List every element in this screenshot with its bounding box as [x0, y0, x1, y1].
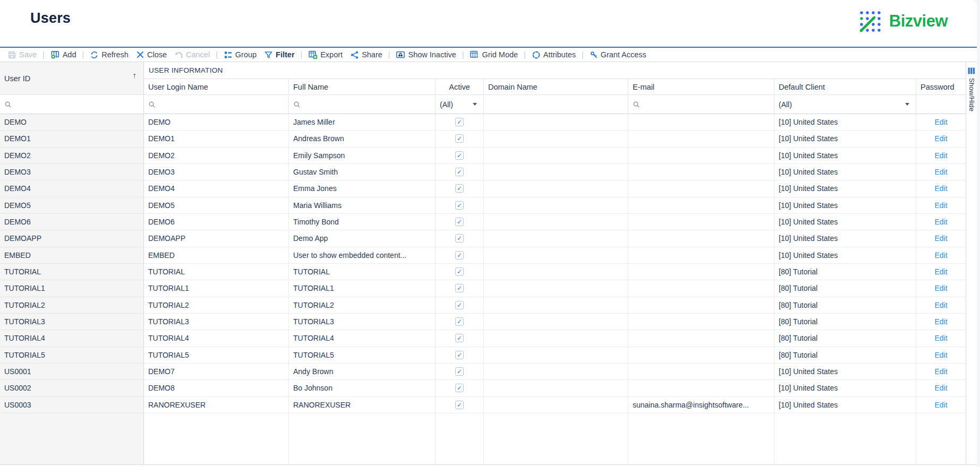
user-id-cell[interactable]: US0002	[0, 380, 143, 396]
attributes-button[interactable]: Attributes	[528, 48, 580, 62]
active-checkbox[interactable]: ✓	[455, 334, 464, 342]
grid-mode-button[interactable]: Grid Mode	[466, 48, 522, 62]
column-header-active[interactable]: Active	[436, 79, 484, 94]
share-button[interactable]: Share	[346, 48, 386, 62]
refresh-button[interactable]: Refresh	[86, 48, 132, 62]
add-button[interactable]: Add	[47, 48, 80, 62]
password-edit-link[interactable]: Edit	[934, 251, 947, 260]
password-edit-link[interactable]: Edit	[934, 284, 947, 292]
cancel-button[interactable]: Cancel	[171, 48, 214, 62]
table-row[interactable]: RANOREXUSERRANOREXUSER✓sunaina.sharma@in…	[144, 397, 966, 413]
active-checkbox[interactable]: ✓	[455, 401, 464, 409]
table-row[interactable]: DEMO4Emma Jones✓[10] United StatesEdit	[144, 180, 966, 197]
default-client-filter-select[interactable]: (All)	[774, 95, 916, 114]
password-edit-link[interactable]: Edit	[934, 317, 947, 326]
table-row[interactable]: TUTORIAL1TUTORIAL1✓[80] TutorialEdit	[144, 280, 966, 297]
column-header-full-name[interactable]: Full Name	[289, 79, 436, 94]
password-edit-link[interactable]: Edit	[934, 218, 947, 226]
active-checkbox[interactable]: ✓	[455, 384, 464, 392]
active-checkbox[interactable]: ✓	[455, 301, 464, 309]
save-button[interactable]: Save	[4, 48, 40, 62]
user-id-cell[interactable]: EMBED	[0, 247, 143, 264]
user-id-cell[interactable]: DEMO4	[0, 180, 143, 197]
full-name-filter-input[interactable]	[289, 95, 436, 114]
active-checkbox[interactable]: ✓	[455, 184, 464, 193]
password-edit-link[interactable]: Edit	[934, 118, 947, 126]
active-checkbox[interactable]: ✓	[455, 251, 464, 260]
column-header-password[interactable]: Password	[916, 79, 966, 94]
user-id-cell[interactable]: DEMO2	[0, 148, 143, 164]
active-checkbox[interactable]: ✓	[455, 218, 464, 226]
password-edit-link[interactable]: Edit	[934, 384, 947, 392]
user-id-cell[interactable]: US0001	[0, 364, 143, 380]
password-edit-link[interactable]: Edit	[934, 234, 947, 243]
user-id-cell[interactable]: TUTORIAL3	[0, 314, 143, 330]
table-row[interactable]: DEMO8Bo Johnson✓[10] United StatesEdit	[144, 380, 966, 396]
user-id-cell[interactable]: TUTORIAL4	[0, 330, 143, 347]
user-id-cell[interactable]: DEMO3	[0, 164, 143, 180]
password-edit-link[interactable]: Edit	[934, 168, 947, 176]
active-checkbox[interactable]: ✓	[455, 267, 464, 276]
show-inactive-button[interactable]: Show Inactive	[392, 48, 459, 62]
password-edit-link[interactable]: Edit	[934, 334, 947, 342]
table-row[interactable]: DEMO7Andy Brown✓[10] United StatesEdit	[144, 364, 966, 380]
table-row[interactable]: TUTORIAL2TUTORIAL2✓[80] TutorialEdit	[144, 297, 966, 314]
group-button[interactable]: Group	[220, 48, 260, 62]
table-row[interactable]: DEMOJames Miller✓[10] United StatesEdit	[144, 114, 966, 131]
active-checkbox[interactable]: ✓	[455, 118, 464, 126]
user-id-cell[interactable]: TUTORIAL1	[0, 280, 143, 297]
user-id-cell[interactable]: DEMO6	[0, 214, 143, 230]
active-checkbox[interactable]: ✓	[455, 351, 464, 359]
password-edit-link[interactable]: Edit	[934, 351, 947, 359]
table-row[interactable]: TUTORIAL5TUTORIAL5✓[80] TutorialEdit	[144, 347, 966, 364]
user-id-cell[interactable]: TUTORIAL2	[0, 297, 143, 314]
table-row[interactable]: TUTORIAL3TUTORIAL3✓[80] TutorialEdit	[144, 314, 966, 330]
user-id-cell[interactable]: TUTORIAL5	[0, 347, 143, 364]
password-edit-link[interactable]: Edit	[934, 184, 947, 193]
active-checkbox[interactable]: ✓	[455, 134, 464, 143]
table-row[interactable]: DEMO1Andreas Brown✓[10] United StatesEdi…	[144, 131, 966, 147]
password-edit-link[interactable]: Edit	[934, 151, 947, 160]
export-button[interactable]: Export	[304, 48, 346, 62]
active-checkbox[interactable]: ✓	[455, 201, 464, 210]
password-edit-link[interactable]: Edit	[934, 401, 947, 409]
password-edit-link[interactable]: Edit	[934, 301, 947, 309]
active-checkbox[interactable]: ✓	[455, 367, 464, 376]
password-edit-link[interactable]: Edit	[934, 367, 947, 376]
column-header-email[interactable]: E-mail	[628, 79, 774, 94]
user-id-cell[interactable]: DEMO1	[0, 131, 143, 147]
active-checkbox[interactable]: ✓	[455, 151, 464, 160]
show-hide-columns-toggle[interactable]: Show/Hide	[966, 62, 977, 464]
table-row[interactable]: DEMO3Gustav Smith✓[10] United StatesEdit	[144, 164, 966, 180]
user-id-cell[interactable]: DEMOAPP	[0, 230, 143, 247]
table-row[interactable]: TUTORIALTUTORIAL✓[80] TutorialEdit	[144, 264, 966, 280]
active-filter-select[interactable]: (All)	[436, 95, 484, 114]
column-header-domain-name[interactable]: Domain Name	[484, 79, 628, 94]
column-header-default-client[interactable]: Default Client	[774, 79, 916, 94]
table-row[interactable]: DEMO6Timothy Bond✓[10] United StatesEdit	[144, 214, 966, 230]
table-row[interactable]: EMBEDUser to show embedded content...✓[1…	[144, 247, 966, 264]
password-edit-link[interactable]: Edit	[934, 134, 947, 143]
user-login-name-filter-input[interactable]	[144, 95, 289, 114]
user-id-column-header[interactable]: User ID ↑	[0, 62, 143, 95]
user-id-cell[interactable]: DEMO5	[0, 197, 143, 214]
email-filter-input[interactable]	[628, 95, 774, 114]
domain-name-filter-input[interactable]	[484, 95, 628, 114]
user-id-cell[interactable]: US0003	[0, 397, 143, 413]
filter-button[interactable]: Filter	[260, 48, 298, 62]
close-button[interactable]: Close	[132, 48, 171, 62]
column-header-user-login-name[interactable]: User Login Name	[144, 79, 289, 94]
table-row[interactable]: DEMOAPPDemo App✓[10] United StatesEdit	[144, 230, 966, 247]
password-edit-link[interactable]: Edit	[934, 267, 947, 276]
table-row[interactable]: TUTORIAL4TUTORIAL4✓[80] TutorialEdit	[144, 330, 966, 347]
active-checkbox[interactable]: ✓	[455, 284, 464, 292]
grant-access-button[interactable]: Grant Access	[586, 48, 650, 62]
table-row[interactable]: DEMO2Emily Sampson✓[10] United StatesEdi…	[144, 148, 966, 164]
table-row[interactable]: DEMO5Maria Williams✓[10] United StatesEd…	[144, 197, 966, 214]
active-checkbox[interactable]: ✓	[455, 234, 464, 243]
password-edit-link[interactable]: Edit	[934, 201, 947, 210]
active-checkbox[interactable]: ✓	[455, 168, 464, 176]
user-id-filter-input[interactable]	[0, 95, 143, 114]
active-checkbox[interactable]: ✓	[455, 317, 464, 326]
user-id-cell[interactable]: TUTORIAL	[0, 264, 143, 280]
